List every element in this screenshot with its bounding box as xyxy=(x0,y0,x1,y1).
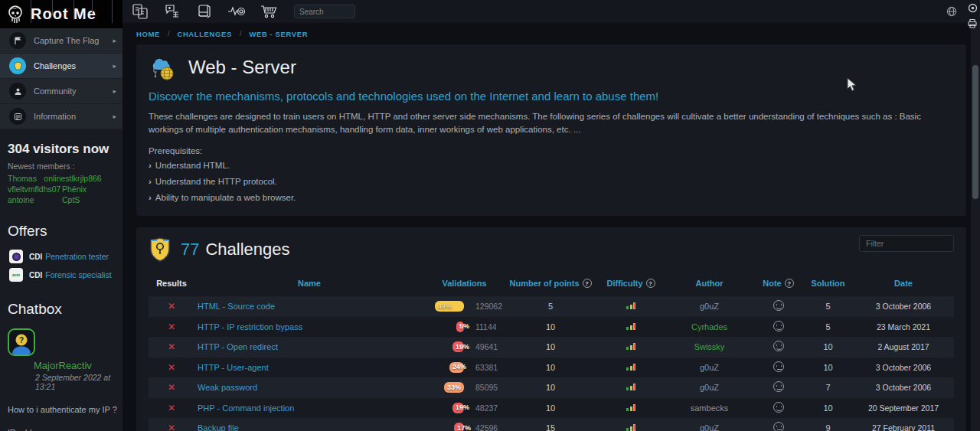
page-title: Web - Server xyxy=(188,57,296,78)
validation-count: 11144 xyxy=(475,322,497,331)
table-row: ✕ HTML - Source code 49% 129062 5 g0uZ 5… xyxy=(149,296,954,317)
author-link[interactable]: Cyrhades xyxy=(691,322,727,331)
offer-link[interactable]: Forensic specialist xyxy=(45,270,111,279)
points-cell: 15 xyxy=(505,423,596,431)
help-icon[interactable]: ? xyxy=(646,279,655,288)
breadcrumb-separator: / xyxy=(240,30,242,38)
documentation-icon[interactable] xyxy=(194,2,214,21)
note-smiley-icon xyxy=(773,321,784,331)
author-link[interactable]: g0uZ xyxy=(700,423,719,431)
author-link[interactable]: g0uZ xyxy=(700,383,719,392)
member-link[interactable]: onlinestlkr xyxy=(44,174,80,183)
not-solved-icon: ✕ xyxy=(149,382,194,393)
challenges-cards-icon[interactable] xyxy=(130,2,150,21)
challenge-link[interactable]: Backup file xyxy=(198,423,239,431)
note-smiley-icon xyxy=(773,402,784,413)
sidebar-item-community[interactable]: Community ▸ xyxy=(0,79,122,104)
breadcrumb-challenges[interactable]: CHALLENGES xyxy=(177,30,231,38)
challenges-title: Challenges xyxy=(205,240,289,260)
logo[interactable]: Root Me xyxy=(0,0,122,28)
sidebar-item-capture-the-flag[interactable]: Capture The Flag ▸ xyxy=(0,28,122,54)
solution-cell: 10 xyxy=(803,342,853,351)
help-icon[interactable]: ? xyxy=(785,279,794,288)
note-cell xyxy=(753,321,803,333)
breadcrumb-current[interactable]: WEB - SERVER xyxy=(249,30,308,38)
challenges-table: Results Name Validations Number of point… xyxy=(149,275,954,431)
note-cell xyxy=(753,361,803,374)
validation-percent-badge: 33% xyxy=(444,382,464,393)
validation-percent: 5% xyxy=(459,322,469,330)
challenges-shield-icon xyxy=(149,237,172,263)
member-link[interactable]: CptS xyxy=(62,195,116,204)
challenge-link[interactable]: HTTP - Open redirect xyxy=(198,342,278,351)
language-globe-icon[interactable] xyxy=(946,6,957,20)
challenge-name-cell: Weak password xyxy=(194,383,424,392)
author-link[interactable]: sambecks xyxy=(691,403,729,413)
edge-actions xyxy=(965,3,979,28)
newest-members-list: Thomas onlinestlkr jlp866 vfleltvmfldhs0… xyxy=(0,172,122,206)
difficulty-bars-icon xyxy=(626,363,635,371)
author-link[interactable]: g0uZ xyxy=(700,363,719,372)
validation-percent-badge: 17% xyxy=(454,423,464,431)
member-link[interactable]: vfleltvmfldhs07 xyxy=(8,184,62,194)
points-cell: 10 xyxy=(505,363,596,372)
topbar xyxy=(122,0,980,23)
validation-badge-zone: 19% xyxy=(430,403,464,413)
ctf-activity-icon[interactable] xyxy=(227,2,247,21)
shop-cart-icon[interactable] xyxy=(259,2,279,21)
challenge-link[interactable]: PHP - Command injection xyxy=(198,403,294,413)
page-description: These challenges are designed to train u… xyxy=(149,110,954,136)
difficulty-bars-icon xyxy=(626,423,635,431)
help-icon[interactable]: ? xyxy=(583,279,592,288)
validation-percent-badge: 24% xyxy=(449,362,464,373)
validation-count: 63381 xyxy=(475,363,498,372)
validation-percent: 33% xyxy=(447,384,461,391)
member-link[interactable]: antoine xyxy=(8,195,62,204)
challenge-link[interactable]: HTML - Source code xyxy=(198,302,275,311)
author-link[interactable]: g0uZ xyxy=(700,302,719,311)
offer-link[interactable]: Penetration tester xyxy=(45,252,109,261)
validation-percent-badge: 49% xyxy=(435,301,464,312)
difficulty-cell xyxy=(596,403,665,413)
difficulty-bars-icon xyxy=(626,302,635,309)
validation-percent: 24% xyxy=(452,363,466,371)
prerequisite-text: Understand the HTTP protocol. xyxy=(155,177,277,186)
note-smiley-icon xyxy=(773,381,784,392)
breadcrumb-home[interactable]: HOME xyxy=(136,30,160,38)
date-cell: 27 February 2011 xyxy=(853,423,954,431)
table-header-row: Results Name Validations Number of point… xyxy=(149,275,954,292)
validation-count: 49641 xyxy=(475,342,498,351)
prerequisite-text: Understand HTML. xyxy=(155,161,230,170)
offer-company-logo-icon: asm xyxy=(9,268,23,282)
scrollbar-thumb[interactable] xyxy=(972,65,978,199)
avatar[interactable]: ? xyxy=(8,328,35,356)
sidebar-item-information[interactable]: Information ▸ xyxy=(0,104,122,129)
challenge-link[interactable]: HTTP - IP restriction bypass xyxy=(198,322,302,331)
challenge-link[interactable]: Weak password xyxy=(198,383,257,392)
sidebar-item-challenges[interactable]: Challenges ▸ xyxy=(0,54,122,79)
difficulty-cell xyxy=(596,322,665,331)
member-link[interactable]: Thomas xyxy=(8,174,44,183)
member-link[interactable]: jlp866 xyxy=(80,174,116,183)
validations-cell: 33% 85095 xyxy=(424,382,505,393)
validation-badge-zone: 5% xyxy=(430,322,464,332)
chat-username-link[interactable]: MajorReactiv xyxy=(34,360,122,371)
chevron-right-icon: ▸ xyxy=(113,87,116,95)
validation-percent: 19% xyxy=(456,403,469,411)
difficulty-bars-icon xyxy=(626,383,635,390)
chat-message: IP address:: REDACTED is not authorized … xyxy=(8,428,122,431)
validations-cell: 24% 63381 xyxy=(424,362,505,373)
web-server-cloud-globe-icon xyxy=(149,54,179,81)
community-chat-icon[interactable] xyxy=(162,2,182,21)
chat-message: How to i authenticate my IP ? xyxy=(8,405,122,416)
solution-cell: 10 xyxy=(803,363,853,372)
scrollbar-track[interactable] xyxy=(971,23,980,431)
search-input[interactable] xyxy=(294,5,355,18)
follow-icon[interactable] xyxy=(968,3,978,13)
author-link[interactable]: Swissky xyxy=(694,342,725,351)
print-icon[interactable] xyxy=(967,18,978,28)
member-link[interactable]: Phénix xyxy=(62,184,116,194)
validation-badge-zone: 24% xyxy=(430,362,464,373)
filter-input[interactable] xyxy=(859,235,954,252)
challenge-link[interactable]: HTTP - User-agent xyxy=(198,363,269,372)
